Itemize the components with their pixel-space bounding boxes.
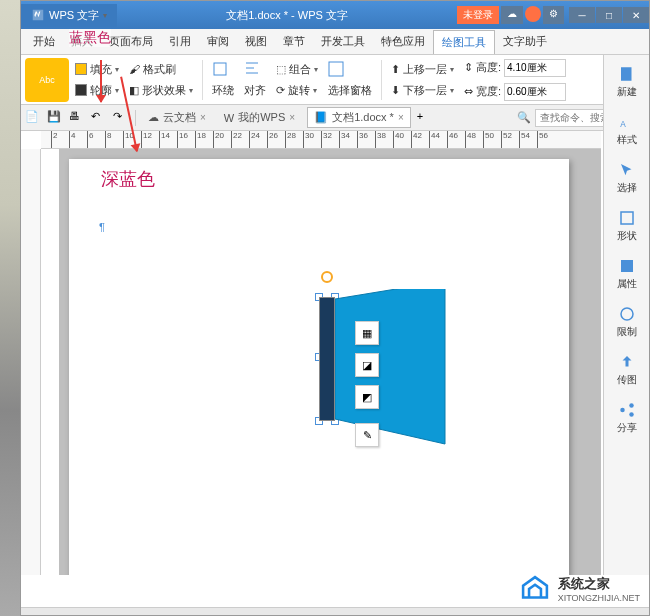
watermark-name: 系统之家 [558,575,640,593]
side-select[interactable]: 选择 [617,157,637,199]
wps-icon: W [224,112,234,124]
menu-references[interactable]: 引用 [161,30,199,53]
page: 深蓝色 ¶ ▦ ◪ ◩ ✎ [69,159,569,575]
tab-document[interactable]: 📘文档1.docx *× [307,107,411,128]
ruler-tick: 32 [321,131,332,148]
quick-access-bar: 📄 💾 🖶 ↶ ↷ ☁云文档× W我的WPS× 📘文档1.docx *× + 🔍 [21,105,649,131]
close-icon[interactable]: × [289,112,295,123]
menu-review[interactable]: 审阅 [199,30,237,53]
close-icon[interactable]: × [200,112,206,123]
effect-option-icon[interactable]: ✎ [355,423,379,447]
outline-option-icon[interactable]: ◩ [355,385,379,409]
ruler-tick: 14 [159,131,170,148]
upload-icon [618,353,636,371]
shape-icon [618,209,636,227]
statusbar [21,607,649,615]
svg-marker-2 [335,289,445,444]
pane-icon [328,61,344,77]
maximize-button[interactable]: □ [596,7,622,23]
fill-button[interactable]: 填充▾ [71,60,123,79]
height-input[interactable] [504,59,566,77]
fill-swatch-icon [75,63,87,75]
effects-icon: ◧ [129,84,139,97]
ruler-tick: 40 [393,131,404,148]
document-viewport[interactable]: 深蓝色 ¶ ▦ ◪ ◩ ✎ [59,149,601,575]
save-icon[interactable]: 💾 [47,110,63,126]
menu-section[interactable]: 章节 [275,30,313,53]
minimize-button[interactable]: ─ [569,7,595,23]
notification-badge[interactable] [525,6,541,22]
group-icon: ⬚ [276,63,286,76]
undo-icon[interactable]: ↶ [91,110,107,126]
side-properties[interactable]: 属性 [617,253,637,295]
horizontal-ruler[interactable]: 2468101214161820222426283032343638404244… [41,131,601,149]
select-pane-button[interactable]: 选择窗格 [324,81,376,100]
ruler-tick: 52 [501,131,512,148]
tab-cloud-docs[interactable]: ☁云文档× [142,108,212,127]
add-tab-icon[interactable]: + [417,110,433,126]
fill-option-icon[interactable]: ◪ [355,353,379,377]
menu-view[interactable]: 视图 [237,30,275,53]
side-style[interactable]: A样式 [617,109,637,151]
ruler-tick: 30 [303,131,314,148]
menu-special[interactable]: 特色应用 [373,30,433,53]
menu-devtools[interactable]: 开发工具 [313,30,373,53]
align-label[interactable]: 对齐 [240,81,270,100]
tab-mywps[interactable]: W我的WPS× [218,108,301,127]
titlebar: WPS 文字 ▾ 文档1.docx * - WPS 文字 未登录 ☁ ⚙ ─ □… [21,1,649,29]
layout-option-icon[interactable]: ▦ [355,321,379,345]
watermark: 系统之家 XITONGZHIJIA.NET [518,572,640,606]
settings-badge[interactable]: ⚙ [543,6,564,24]
side-shape[interactable]: 形状 [617,205,637,247]
align-icon [244,61,260,77]
close-button[interactable]: ✕ [623,7,649,23]
shape-style-gallery[interactable]: Abc [25,58,69,102]
svg-text:A: A [620,120,626,129]
shape-effects-button[interactable]: ◧形状效果▾ [125,81,197,100]
svg-rect-1 [329,62,343,76]
rotate-icon: ⟳ [276,84,285,97]
search-icon: 🔍 [517,111,531,124]
properties-icon [618,257,636,275]
move-down-button[interactable]: ⬇下移一层▾ [387,81,458,100]
svg-point-7 [621,308,633,320]
move-up-button[interactable]: ⬆上移一层▾ [387,60,458,79]
window-title: 文档1.docx * - WPS 文字 [117,8,457,23]
svg-point-9 [629,403,634,408]
ruler-tick: 4 [69,131,75,148]
shape-side-bar[interactable] [319,297,335,421]
ruler-tick: 8 [105,131,111,148]
side-restrict[interactable]: 限制 [617,301,637,343]
format-painter-button[interactable]: 🖌格式刷 [125,60,197,79]
close-icon[interactable]: × [398,112,404,123]
new-icon[interactable]: 📄 [25,110,41,126]
trapezoid-shape[interactable] [335,289,455,449]
menu-start[interactable]: 开始 [25,30,63,53]
width-input[interactable] [504,83,566,101]
side-panel: 新建 A样式 选择 形状 属性 限制 传图 分享 [603,55,649,575]
annotation-menubar: 蓝黑色 [69,29,111,47]
select-pane-icon-btn[interactable] [324,59,376,79]
vertical-ruler[interactable] [21,149,41,575]
login-badge[interactable]: 未登录 [457,6,499,24]
wrap-dropdown[interactable] [208,59,238,79]
group-button[interactable]: ⬚组合▾ [272,60,322,79]
side-new[interactable]: 新建 [617,61,637,103]
ruler-tick: 56 [537,131,548,148]
print-icon[interactable]: 🖶 [69,110,85,126]
rotation-handle[interactable] [321,271,333,283]
side-share[interactable]: 分享 [617,397,637,439]
app-window: WPS 文字 ▾ 文档1.docx * - WPS 文字 未登录 ☁ ⚙ ─ □… [20,0,650,616]
app-menu-button[interactable]: WPS 文字 ▾ [21,4,117,27]
width-row: ⇔宽度: [460,81,570,103]
svg-rect-5 [621,212,633,224]
menu-text-helper[interactable]: 文字助手 [495,30,555,53]
sync-badge[interactable]: ☁ [501,6,523,24]
side-upload-img[interactable]: 传图 [617,349,637,391]
new-doc-icon [618,65,636,83]
wrap-label[interactable]: 环绕 [208,81,238,100]
paragraph-mark-icon: ¶ [99,221,105,233]
rotate-button[interactable]: ⟳旋转▾ [272,81,322,100]
menu-drawing-tools[interactable]: 绘图工具 [433,30,495,54]
align-dropdown[interactable] [240,59,270,79]
